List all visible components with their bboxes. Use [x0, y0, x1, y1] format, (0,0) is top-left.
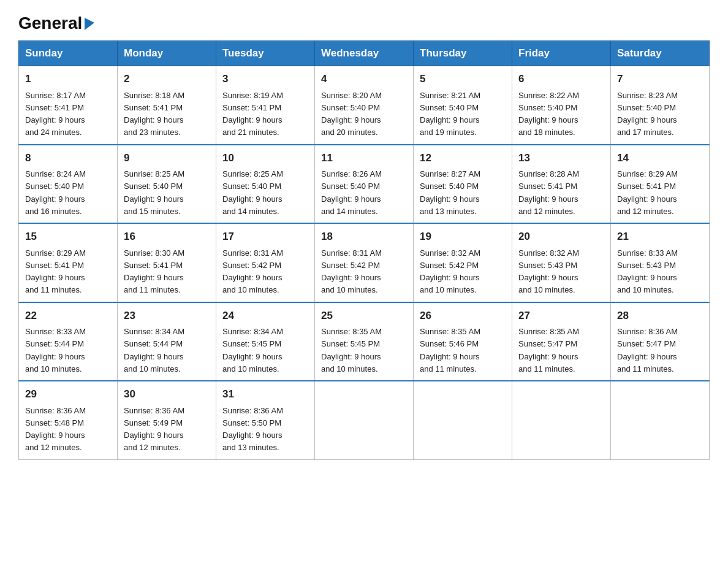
- day-info: Sunrise: 8:35 AMSunset: 5:45 PMDaylight:…: [321, 327, 382, 373]
- week-row-1: 1 Sunrise: 8:17 AMSunset: 5:41 PMDayligh…: [19, 66, 710, 145]
- day-number: 19: [420, 229, 506, 245]
- day-number: 27: [518, 308, 604, 324]
- calendar-cell: 3 Sunrise: 8:19 AMSunset: 5:41 PMDayligh…: [216, 66, 315, 145]
- calendar-cell: 4 Sunrise: 8:20 AMSunset: 5:40 PMDayligh…: [315, 66, 414, 145]
- day-number: 13: [518, 150, 604, 166]
- day-number: 7: [617, 71, 703, 87]
- weekday-header-friday: Friday: [512, 41, 611, 66]
- day-number: 2: [124, 71, 210, 87]
- day-number: 1: [25, 71, 111, 87]
- calendar-cell: 26 Sunrise: 8:35 AMSunset: 5:46 PMDaylig…: [414, 302, 512, 381]
- weekday-header-wednesday: Wednesday: [315, 41, 414, 66]
- week-row-5: 29 Sunrise: 8:36 AMSunset: 5:48 PMDaylig…: [19, 381, 710, 459]
- day-info: Sunrise: 8:31 AMSunset: 5:42 PMDaylight:…: [321, 248, 382, 295]
- calendar-cell: 9 Sunrise: 8:25 AMSunset: 5:40 PMDayligh…: [118, 145, 216, 224]
- day-info: Sunrise: 8:34 AMSunset: 5:44 PMDaylight:…: [124, 327, 184, 373]
- day-info: Sunrise: 8:29 AMSunset: 5:41 PMDaylight:…: [617, 169, 678, 216]
- day-number: 8: [25, 150, 111, 166]
- day-number: 10: [222, 150, 308, 166]
- day-number: 28: [617, 308, 703, 324]
- weekday-header-sunday: Sunday: [19, 41, 118, 66]
- calendar-cell: [414, 381, 512, 459]
- day-info: Sunrise: 8:29 AMSunset: 5:41 PMDaylight:…: [25, 248, 86, 295]
- day-info: Sunrise: 8:36 AMSunset: 5:49 PMDaylight:…: [124, 406, 184, 453]
- day-number: 3: [222, 71, 308, 87]
- day-info: Sunrise: 8:35 AMSunset: 5:46 PMDaylight:…: [420, 327, 480, 373]
- day-number: 29: [25, 386, 111, 402]
- day-info: Sunrise: 8:34 AMSunset: 5:45 PMDaylight:…: [222, 327, 283, 373]
- day-info: Sunrise: 8:32 AMSunset: 5:43 PMDaylight:…: [518, 248, 579, 295]
- day-info: Sunrise: 8:28 AMSunset: 5:41 PMDaylight:…: [518, 169, 579, 216]
- calendar-cell: 24 Sunrise: 8:34 AMSunset: 5:45 PMDaylig…: [216, 302, 315, 381]
- calendar-cell: 11 Sunrise: 8:26 AMSunset: 5:40 PMDaylig…: [315, 145, 414, 224]
- day-info: Sunrise: 8:31 AMSunset: 5:42 PMDaylight:…: [222, 248, 283, 295]
- day-number: 6: [518, 71, 604, 87]
- day-info: Sunrise: 8:36 AMSunset: 5:48 PMDaylight:…: [25, 406, 86, 453]
- day-number: 25: [321, 308, 407, 324]
- day-number: 22: [25, 308, 111, 324]
- day-info: Sunrise: 8:30 AMSunset: 5:41 PMDaylight:…: [124, 248, 184, 295]
- day-number: 30: [124, 386, 210, 402]
- day-number: 11: [321, 150, 407, 166]
- calendar-cell: 25 Sunrise: 8:35 AMSunset: 5:45 PMDaylig…: [315, 302, 414, 381]
- calendar-cell: 8 Sunrise: 8:24 AMSunset: 5:40 PMDayligh…: [19, 145, 118, 224]
- svg-marker-0: [85, 18, 94, 30]
- calendar-cell: 28 Sunrise: 8:36 AMSunset: 5:47 PMDaylig…: [611, 302, 710, 381]
- day-info: Sunrise: 8:25 AMSunset: 5:40 PMDaylight:…: [124, 169, 184, 216]
- calendar-cell: 31 Sunrise: 8:36 AMSunset: 5:50 PMDaylig…: [216, 381, 315, 459]
- day-info: Sunrise: 8:17 AMSunset: 5:41 PMDaylight:…: [25, 91, 86, 137]
- calendar-cell: 17 Sunrise: 8:31 AMSunset: 5:42 PMDaylig…: [216, 223, 315, 302]
- day-number: 9: [124, 150, 210, 166]
- calendar-cell: [315, 381, 414, 459]
- calendar-cell: 16 Sunrise: 8:30 AMSunset: 5:41 PMDaylig…: [118, 223, 216, 302]
- day-number: 21: [617, 229, 703, 245]
- calendar-table: SundayMondayTuesdayWednesdayThursdayFrid…: [18, 40, 710, 460]
- week-row-4: 22 Sunrise: 8:33 AMSunset: 5:44 PMDaylig…: [19, 302, 710, 381]
- weekday-header-row: SundayMondayTuesdayWednesdayThursdayFrid…: [19, 41, 710, 66]
- day-info: Sunrise: 8:35 AMSunset: 5:47 PMDaylight:…: [518, 327, 579, 373]
- calendar-cell: 27 Sunrise: 8:35 AMSunset: 5:47 PMDaylig…: [512, 302, 611, 381]
- logo: General: [18, 15, 94, 29]
- day-info: Sunrise: 8:33 AMSunset: 5:44 PMDaylight:…: [25, 327, 86, 373]
- day-info: Sunrise: 8:33 AMSunset: 5:43 PMDaylight:…: [617, 248, 678, 295]
- day-info: Sunrise: 8:20 AMSunset: 5:40 PMDaylight:…: [321, 91, 382, 137]
- calendar-cell: 23 Sunrise: 8:34 AMSunset: 5:44 PMDaylig…: [118, 302, 216, 381]
- calendar-cell: 22 Sunrise: 8:33 AMSunset: 5:44 PMDaylig…: [19, 302, 118, 381]
- week-row-2: 8 Sunrise: 8:24 AMSunset: 5:40 PMDayligh…: [19, 145, 710, 224]
- weekday-header-saturday: Saturday: [611, 41, 710, 66]
- calendar-cell: [611, 381, 710, 459]
- day-info: Sunrise: 8:25 AMSunset: 5:40 PMDaylight:…: [222, 169, 283, 216]
- day-info: Sunrise: 8:23 AMSunset: 5:40 PMDaylight:…: [617, 91, 678, 137]
- day-info: Sunrise: 8:27 AMSunset: 5:40 PMDaylight:…: [420, 169, 480, 216]
- calendar-cell: 19 Sunrise: 8:32 AMSunset: 5:42 PMDaylig…: [414, 223, 512, 302]
- day-number: 15: [25, 229, 111, 245]
- day-number: 24: [222, 308, 308, 324]
- calendar-cell: 10 Sunrise: 8:25 AMSunset: 5:40 PMDaylig…: [216, 145, 315, 224]
- day-info: Sunrise: 8:32 AMSunset: 5:42 PMDaylight:…: [420, 248, 480, 295]
- calendar-cell: 6 Sunrise: 8:22 AMSunset: 5:40 PMDayligh…: [512, 66, 611, 145]
- page-header: General: [18, 15, 710, 29]
- day-info: Sunrise: 8:18 AMSunset: 5:41 PMDaylight:…: [124, 91, 184, 137]
- weekday-header-monday: Monday: [118, 41, 216, 66]
- day-info: Sunrise: 8:36 AMSunset: 5:47 PMDaylight:…: [617, 327, 678, 373]
- day-number: 17: [222, 229, 308, 245]
- calendar-cell: [512, 381, 611, 459]
- calendar-cell: 30 Sunrise: 8:36 AMSunset: 5:49 PMDaylig…: [118, 381, 216, 459]
- day-number: 14: [617, 150, 703, 166]
- logo-text: General: [18, 15, 94, 32]
- day-info: Sunrise: 8:19 AMSunset: 5:41 PMDaylight:…: [222, 91, 283, 137]
- day-number: 4: [321, 71, 407, 87]
- calendar-cell: 20 Sunrise: 8:32 AMSunset: 5:43 PMDaylig…: [512, 223, 611, 302]
- day-number: 26: [420, 308, 506, 324]
- day-info: Sunrise: 8:21 AMSunset: 5:40 PMDaylight:…: [420, 91, 480, 137]
- weekday-header-thursday: Thursday: [414, 41, 512, 66]
- calendar-cell: 2 Sunrise: 8:18 AMSunset: 5:41 PMDayligh…: [118, 66, 216, 145]
- calendar-cell: 29 Sunrise: 8:36 AMSunset: 5:48 PMDaylig…: [19, 381, 118, 459]
- calendar-cell: 7 Sunrise: 8:23 AMSunset: 5:40 PMDayligh…: [611, 66, 710, 145]
- day-number: 16: [124, 229, 210, 245]
- weekday-header-tuesday: Tuesday: [216, 41, 315, 66]
- calendar-cell: 12 Sunrise: 8:27 AMSunset: 5:40 PMDaylig…: [414, 145, 512, 224]
- calendar-cell: 15 Sunrise: 8:29 AMSunset: 5:41 PMDaylig…: [19, 223, 118, 302]
- day-number: 5: [420, 71, 506, 87]
- calendar-cell: 14 Sunrise: 8:29 AMSunset: 5:41 PMDaylig…: [611, 145, 710, 224]
